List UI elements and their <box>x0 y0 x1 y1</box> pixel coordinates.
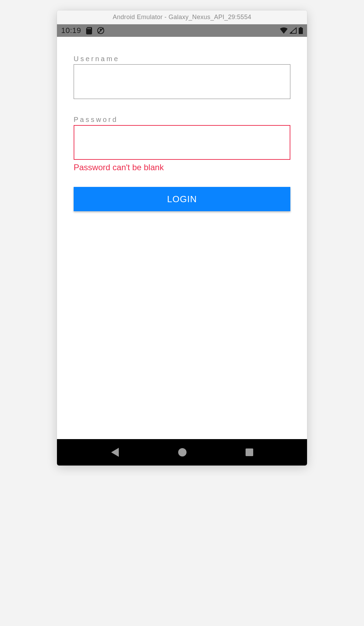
svg-rect-1 <box>89 28 89 29</box>
password-error-text: Password can't be blank <box>74 163 290 172</box>
device-screen: 10:19 Us <box>57 24 307 466</box>
svg-point-7 <box>178 448 187 456</box>
username-input[interactable] <box>74 64 290 99</box>
recents-button[interactable] <box>245 448 254 456</box>
navigation-bar <box>57 439 307 466</box>
login-button[interactable]: LOGIN <box>74 187 290 211</box>
svg-rect-8 <box>246 448 253 456</box>
home-button[interactable] <box>177 447 187 457</box>
battery-icon <box>299 27 303 34</box>
status-clock: 10:19 <box>61 26 81 35</box>
emulator-window: Android Emulator - Galaxy_Nexus_API_29:5… <box>57 10 307 466</box>
password-label: Password <box>74 116 290 124</box>
back-button[interactable] <box>110 447 119 458</box>
status-left: 10:19 <box>61 26 105 35</box>
svg-rect-0 <box>88 28 88 29</box>
svg-rect-6 <box>300 27 302 28</box>
svg-rect-5 <box>299 28 303 34</box>
sd-card-icon <box>86 27 92 34</box>
username-label: Username <box>74 55 290 63</box>
cell-signal-icon <box>290 27 297 34</box>
login-form: Username Password Password can't be blan… <box>57 37 307 439</box>
password-input[interactable] <box>74 125 290 160</box>
status-right <box>280 27 303 34</box>
window-title: Android Emulator - Galaxy_Nexus_API_29:5… <box>113 14 251 21</box>
wifi-icon <box>280 27 288 34</box>
username-field-group: Username <box>74 55 290 99</box>
status-bar: 10:19 <box>57 24 307 37</box>
no-sync-icon <box>97 27 105 34</box>
password-field-group: Password Password can't be blank <box>74 116 290 172</box>
window-titlebar: Android Emulator - Galaxy_Nexus_API_29:5… <box>57 10 307 24</box>
svg-rect-2 <box>90 28 91 29</box>
